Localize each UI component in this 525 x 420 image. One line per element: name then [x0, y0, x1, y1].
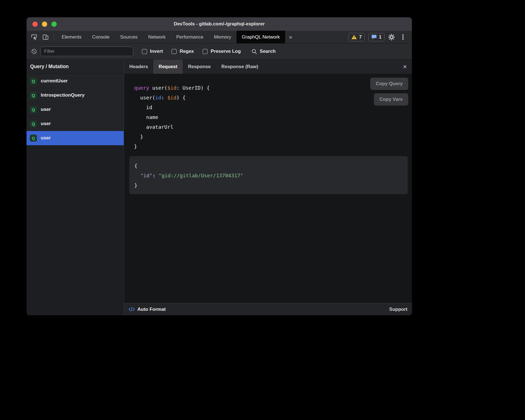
warning-triangle-icon — [351, 35, 357, 39]
settings-gear-icon[interactable] — [388, 34, 395, 40]
query-list-header: Query / Mutation — [27, 59, 124, 74]
search-control[interactable]: Search — [251, 49, 276, 54]
preserve-log-checkbox[interactable]: Preserve Log — [202, 49, 241, 54]
tab-console[interactable]: Console — [87, 31, 115, 43]
code-token: : UserID) { — [176, 85, 210, 91]
query-list-item-user-3-selected[interactable]: Q user — [27, 131, 124, 145]
tab-network[interactable]: Network — [143, 31, 171, 43]
invert-label: Invert — [150, 49, 163, 54]
code-token: { — [134, 163, 137, 169]
regex-label: Regex — [180, 49, 194, 54]
code-token: : — [152, 173, 159, 178]
tab-graphql-network[interactable]: GraphQL Network — [237, 31, 285, 43]
warnings-count: 7 — [359, 35, 362, 40]
tab-response-raw[interactable]: Response (Raw) — [216, 59, 263, 74]
preserve-log-checkbox-input[interactable] — [202, 49, 208, 54]
code-brackets-icon — [128, 307, 135, 312]
code-token: id — [155, 95, 161, 101]
code-token: user( — [149, 85, 167, 91]
tab-request[interactable]: Request — [153, 59, 183, 74]
query-list-panel: Query / Mutation Q currentUser Q Introsp… — [27, 59, 124, 315]
copy-query-button[interactable]: Copy Query — [370, 78, 408, 90]
code-token: } — [134, 182, 137, 188]
filter-input[interactable] — [40, 47, 133, 56]
code-line: name — [134, 112, 412, 122]
auto-format-button[interactable]: Auto Format — [128, 307, 166, 312]
tab-memory[interactable]: Memory — [209, 31, 236, 43]
search-label: Search — [260, 49, 276, 54]
request-content: Copy Query Copy Vars query user($id: Use… — [124, 74, 412, 303]
detail-tabbar: Headers Request Response Response (Raw) … — [124, 59, 412, 74]
titlebar: DevTools - gitlab.com/-/graphql-explorer — [27, 17, 412, 31]
query-badge-icon: Q — [30, 92, 37, 99]
code-token: "gid://gitlab/User/13704317" — [159, 173, 243, 178]
inspect-element-icon[interactable] — [30, 34, 38, 41]
code-line: } — [134, 142, 412, 151]
close-window-button[interactable] — [32, 22, 38, 27]
issues-count: 1 — [379, 35, 381, 40]
issues-badge[interactable]: 1 — [368, 33, 385, 41]
detail-footer: Auto Format Support — [124, 303, 412, 315]
auto-format-label: Auto Format — [137, 307, 166, 312]
code-token: id — [134, 104, 152, 110]
invert-checkbox[interactable]: Invert — [142, 49, 163, 54]
code-token: query — [134, 85, 149, 91]
code-line: { — [134, 161, 403, 171]
tab-sources[interactable]: Sources — [115, 31, 143, 43]
search-icon — [251, 49, 257, 54]
regex-checkbox[interactable]: Regex — [171, 49, 194, 54]
minimize-window-button[interactable] — [42, 22, 47, 27]
code-token — [134, 173, 140, 178]
regex-checkbox-input[interactable] — [171, 49, 177, 54]
zoom-window-button[interactable] — [51, 22, 57, 27]
tabbar-right-cluster: 7 1 — [348, 31, 412, 43]
invert-checkbox-input[interactable] — [142, 49, 147, 54]
code-token: "id" — [140, 173, 152, 178]
code-token: ) { — [176, 95, 186, 101]
tab-headers[interactable]: Headers — [124, 59, 153, 74]
code-line: avatarUrl — [134, 122, 412, 132]
support-link[interactable]: Support — [389, 307, 407, 312]
query-list-item-currentuser[interactable]: Q currentUser — [27, 74, 124, 88]
code-line: "id": "gid://gitlab/User/13704317" — [134, 171, 403, 180]
query-name: user — [41, 121, 51, 127]
devtools-tabbar: Elements Console Sources Network Perform… — [27, 31, 412, 44]
request-variables-panel: { "id": "gid://gitlab/User/13704317"} — [129, 156, 408, 194]
tab-performance[interactable]: Performance — [171, 31, 209, 43]
query-name: user — [41, 107, 51, 112]
code-token: avatarUrl — [134, 124, 173, 130]
code-token: name — [134, 114, 158, 120]
filter-bar: Invert Regex Preserve Log Search — [27, 44, 412, 59]
warnings-badge[interactable]: 7 — [348, 33, 365, 41]
query-badge-icon: Q — [30, 135, 37, 142]
copy-vars-button[interactable]: Copy Vars — [374, 93, 408, 106]
query-list-item-user-1[interactable]: Q user — [27, 102, 124, 117]
code-line: } — [134, 180, 403, 190]
more-tabs-chevron[interactable]: » — [285, 31, 296, 43]
query-name: currentUser — [41, 78, 68, 84]
copy-buttons: Copy Query Copy Vars — [370, 78, 408, 106]
query-list-item-user-2[interactable]: Q user — [27, 117, 124, 131]
code-token: $id — [167, 85, 176, 91]
code-token: : — [161, 95, 168, 101]
main-split: Query / Mutation Q currentUser Q Introsp… — [27, 59, 412, 315]
traffic-lights — [32, 17, 57, 31]
code-token: } — [134, 134, 143, 140]
code-token: $id — [167, 95, 176, 101]
query-list-item-introspectionquery[interactable]: Q IntrospectionQuery — [27, 88, 124, 102]
clear-icon[interactable] — [31, 48, 37, 54]
tab-elements[interactable]: Elements — [56, 31, 87, 43]
tab-response[interactable]: Response — [183, 59, 216, 74]
query-badge-icon: Q — [30, 78, 37, 85]
kebab-menu-icon[interactable]: ⋮ — [398, 33, 407, 41]
request-detail-panel: Headers Request Response Response (Raw) … — [124, 59, 412, 315]
query-name: user — [41, 135, 51, 141]
toolbar-icons — [27, 31, 52, 43]
device-toolbar-icon[interactable] — [42, 34, 49, 40]
toolbar-separator — [54, 34, 54, 41]
code-line: } — [134, 132, 412, 142]
code-token: } — [134, 144, 137, 149]
window-title: DevTools - gitlab.com/-/graphql-explorer — [27, 21, 412, 27]
close-panel-button[interactable]: × — [398, 63, 412, 70]
devtools-window: DevTools - gitlab.com/-/graphql-explorer… — [27, 17, 412, 315]
